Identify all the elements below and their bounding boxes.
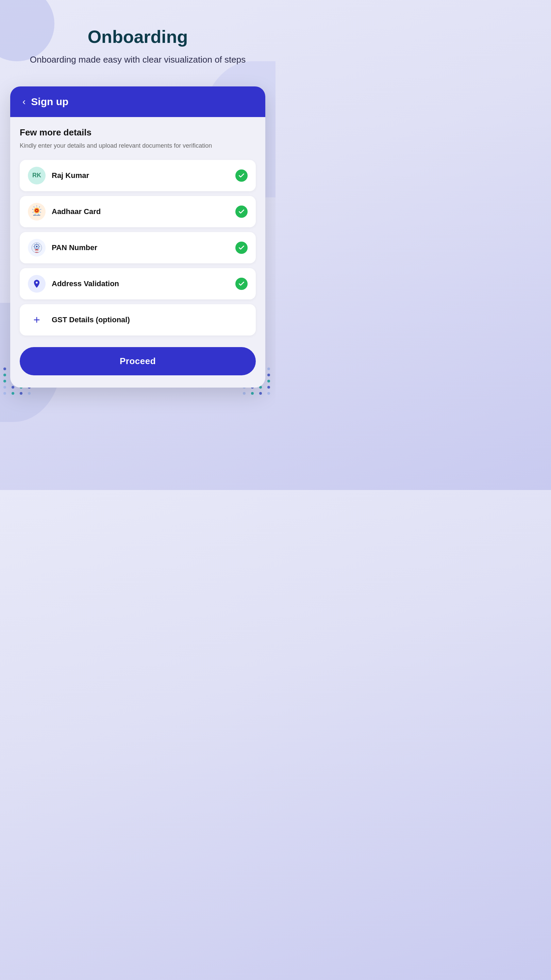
list-item-raj-kumar[interactable]: RK Raj Kumar — [20, 160, 256, 191]
dot — [267, 386, 270, 388]
list-item-address[interactable]: Address Validation — [20, 268, 256, 299]
svg-line-6 — [40, 212, 41, 212]
svg-point-2 — [36, 210, 38, 211]
pan-icon: INDIA — [28, 239, 46, 256]
dot — [3, 386, 6, 388]
section-title: Few more details — [20, 127, 256, 138]
card-title: Sign up — [31, 96, 68, 108]
check-icon-raj-kumar — [235, 169, 248, 182]
dot — [267, 368, 270, 370]
check-icon-address — [235, 278, 248, 290]
dot — [3, 368, 6, 370]
svg-point-15 — [36, 246, 38, 247]
card-header: ‹ Sign up — [10, 86, 265, 117]
svg-line-10 — [32, 209, 33, 210]
card-body: Few more details Kindly enter your detai… — [10, 117, 265, 388]
back-icon[interactable]: ‹ — [22, 96, 25, 107]
dot — [251, 392, 254, 395]
item-label-raj-kumar: Raj Kumar — [52, 171, 229, 180]
svg-line-5 — [40, 209, 41, 210]
dot — [267, 392, 270, 395]
dot — [11, 386, 14, 388]
check-icon-pan — [235, 242, 248, 254]
list-item-aadhaar[interactable]: AADHAAR Aadhaar Card — [20, 196, 256, 227]
proceed-button[interactable]: Proceed — [20, 347, 256, 375]
check-icon-aadhaar — [235, 205, 248, 218]
list-item-gst[interactable]: GST Details (optional) — [20, 304, 256, 336]
item-label-gst: GST Details (optional) — [52, 315, 248, 324]
onboarding-card: ‹ Sign up Few more details Kindly enter … — [10, 86, 265, 388]
gst-plus-icon — [28, 311, 46, 329]
svg-text:AADHAAR: AADHAAR — [33, 214, 40, 216]
main-title: Onboarding — [21, 27, 255, 47]
address-icon — [28, 275, 46, 293]
dot — [267, 374, 270, 376]
svg-line-9 — [33, 212, 34, 212]
subtitle: Onboarding made easy with clear visualiz… — [21, 53, 255, 66]
aadhaar-icon: AADHAAR — [28, 203, 46, 221]
svg-line-4 — [39, 207, 40, 208]
section-subtitle: Kindly enter your details and upload rel… — [20, 141, 256, 150]
dot — [20, 392, 22, 395]
item-label-pan: PAN Number — [52, 243, 229, 252]
header-section: Onboarding Onboarding made easy with cle… — [0, 0, 275, 80]
item-label-address: Address Validation — [52, 279, 229, 288]
dot — [28, 392, 30, 395]
dot — [3, 392, 6, 395]
dot — [243, 392, 246, 395]
list-item-pan[interactable]: INDIA PAN Number — [20, 232, 256, 263]
svg-text:INDIA: INDIA — [35, 252, 38, 253]
item-label-aadhaar: Aadhaar Card — [52, 207, 229, 216]
dot — [3, 374, 6, 376]
svg-rect-24 — [35, 250, 38, 250]
dot — [11, 392, 14, 395]
dot — [259, 392, 262, 395]
svg-line-11 — [34, 207, 35, 208]
dot — [267, 380, 270, 382]
avatar-icon: RK — [28, 167, 46, 185]
dot — [3, 380, 6, 382]
